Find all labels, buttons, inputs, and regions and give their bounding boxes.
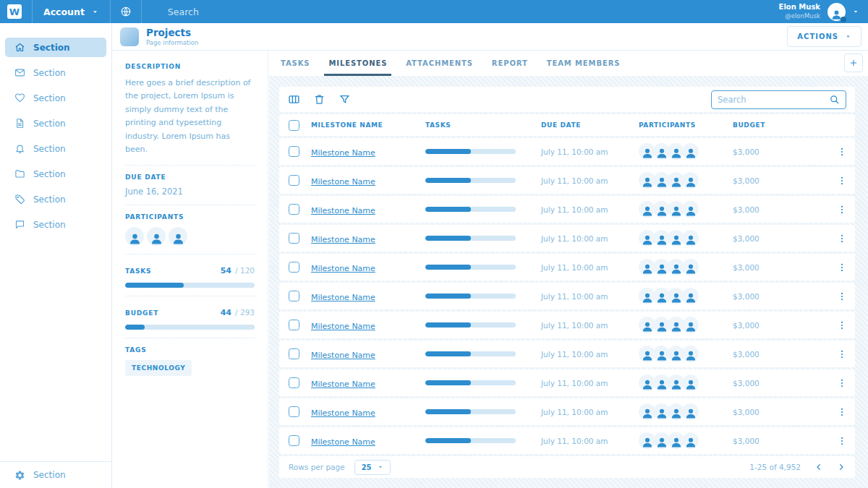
tags-label: TAGS bbox=[125, 346, 255, 354]
participant-avatar[interactable] bbox=[682, 201, 699, 218]
row-menu-button[interactable] bbox=[837, 320, 847, 330]
filter-icon[interactable] bbox=[339, 93, 351, 106]
person-icon bbox=[670, 291, 683, 304]
user-menu-chevron-down-icon[interactable] bbox=[852, 8, 859, 15]
sidebar-item-heart[interactable]: Section bbox=[5, 88, 106, 108]
tab-tasks[interactable]: TASKS bbox=[276, 51, 314, 76]
add-button[interactable] bbox=[844, 53, 863, 72]
trash-icon[interactable] bbox=[313, 93, 326, 106]
due-date-section: DUE DATE June 16, 2021 bbox=[125, 166, 255, 205]
participant-avatar[interactable] bbox=[169, 227, 187, 246]
status-dot bbox=[841, 17, 846, 22]
tag-chip[interactable]: TECHNOLOGY bbox=[125, 360, 192, 376]
milestone-link[interactable]: Milestone Name bbox=[311, 293, 375, 302]
sidebar-item-tag[interactable]: Section bbox=[5, 189, 106, 209]
row-menu-button[interactable] bbox=[837, 205, 847, 215]
due-date-cell: July 11, 10:00 am bbox=[541, 234, 639, 243]
row-menu-button[interactable] bbox=[837, 234, 847, 244]
participant-avatar[interactable] bbox=[125, 227, 144, 246]
row-checkbox[interactable] bbox=[289, 262, 299, 273]
column-header[interactable]: PARTICIPANTS bbox=[639, 121, 733, 129]
avatar[interactable] bbox=[827, 3, 846, 21]
milestone-link[interactable]: Milestone Name bbox=[311, 380, 375, 389]
participant-avatar[interactable] bbox=[682, 317, 699, 333]
row-menu-button[interactable] bbox=[837, 407, 847, 417]
column-header[interactable]: TASKS bbox=[425, 121, 541, 129]
row-menu-button[interactable] bbox=[837, 291, 847, 301]
milestone-link[interactable]: Milestone Name bbox=[311, 235, 375, 244]
tab-report[interactable]: REPORT bbox=[488, 51, 532, 76]
row-menu-button[interactable] bbox=[837, 349, 847, 359]
person-icon bbox=[684, 320, 697, 333]
participant-avatar[interactable] bbox=[147, 227, 166, 246]
global-search-input[interactable]: Search bbox=[168, 7, 199, 17]
row-menu-button[interactable] bbox=[837, 436, 847, 446]
search-icon[interactable] bbox=[829, 94, 840, 105]
table-row: Milestone NameJuly 11, 10:00 am$3,000 bbox=[279, 225, 855, 252]
milestone-link[interactable]: Milestone Name bbox=[311, 264, 375, 273]
row-menu-button[interactable] bbox=[837, 378, 847, 388]
row-checkbox[interactable] bbox=[289, 291, 299, 301]
table-search-input[interactable] bbox=[718, 95, 829, 105]
row-menu-button[interactable] bbox=[837, 176, 847, 186]
sidebar-item-bell[interactable]: Section bbox=[5, 139, 106, 158]
tab-milestones[interactable]: MILESTONES bbox=[324, 51, 391, 76]
row-checkbox[interactable] bbox=[289, 204, 299, 215]
budget-cell: $3,000 bbox=[733, 263, 829, 272]
rows-per-page-select[interactable]: 25 bbox=[354, 460, 391, 475]
prev-page-button[interactable] bbox=[814, 463, 823, 471]
row-menu-button[interactable] bbox=[837, 262, 847, 273]
row-checkbox[interactable] bbox=[289, 377, 299, 388]
sidebar-item-settings[interactable]: Section bbox=[0, 461, 111, 488]
participant-avatar[interactable] bbox=[682, 259, 699, 275]
sidebar-item-folder[interactable]: Section bbox=[5, 164, 106, 184]
budget-cell: $3,000 bbox=[733, 321, 829, 330]
participant-avatar[interactable] bbox=[682, 432, 699, 449]
tab-team-members[interactable]: TEAM MEMBERS bbox=[542, 51, 625, 76]
sidebar-item-chat[interactable]: Section bbox=[5, 215, 106, 234]
sidebar-item-document[interactable]: Section bbox=[5, 114, 106, 133]
row-checkbox[interactable] bbox=[289, 175, 299, 186]
app-logo[interactable]: W bbox=[7, 4, 22, 19]
person-icon bbox=[684, 291, 697, 304]
budget-cell: $3,000 bbox=[733, 147, 829, 156]
select-all-cell bbox=[279, 120, 311, 131]
row-checkbox[interactable] bbox=[289, 233, 299, 244]
participant-avatar[interactable] bbox=[682, 346, 699, 362]
participant-avatar[interactable] bbox=[682, 230, 699, 247]
language-button[interactable] bbox=[111, 0, 141, 23]
row-checkbox[interactable] bbox=[289, 348, 299, 359]
columns-icon[interactable] bbox=[288, 93, 300, 106]
select-all-checkbox[interactable] bbox=[289, 120, 299, 131]
milestone-link[interactable]: Milestone Name bbox=[311, 322, 375, 331]
milestone-link[interactable]: Milestone Name bbox=[311, 206, 375, 215]
due-date-cell: July 11, 10:00 am bbox=[541, 350, 639, 359]
milestone-link[interactable]: Milestone Name bbox=[311, 177, 375, 187]
sidebar-item-mail[interactable]: Section bbox=[5, 63, 106, 82]
tab-attachments[interactable]: ATTACHMENTS bbox=[401, 51, 477, 76]
milestone-link[interactable]: Milestone Name bbox=[311, 408, 375, 418]
participant-avatar[interactable] bbox=[682, 143, 699, 160]
row-checkbox[interactable] bbox=[289, 406, 299, 417]
row-checkbox[interactable] bbox=[289, 320, 299, 330]
participant-avatar[interactable] bbox=[682, 172, 699, 189]
globe-icon bbox=[120, 6, 132, 17]
participant-avatar[interactable] bbox=[682, 374, 699, 391]
next-page-button[interactable] bbox=[837, 463, 846, 471]
milestone-link[interactable]: Milestone Name bbox=[311, 351, 375, 360]
account-menu[interactable]: Account bbox=[33, 0, 110, 23]
column-header[interactable]: MILESTONE NAME bbox=[311, 121, 425, 129]
row-checkbox[interactable] bbox=[289, 435, 299, 446]
person-icon bbox=[684, 436, 697, 449]
milestone-link[interactable]: Milestone Name bbox=[311, 437, 375, 447]
column-header[interactable]: BUDGET bbox=[733, 121, 829, 129]
sidebar-item-home[interactable]: Section bbox=[5, 38, 106, 57]
column-header[interactable]: DUE DATE bbox=[541, 121, 639, 129]
actions-button[interactable]: ACTIONS bbox=[787, 26, 861, 47]
row-checkbox[interactable] bbox=[289, 146, 299, 157]
milestone-link[interactable]: Milestone Name bbox=[311, 148, 375, 158]
participant-avatar[interactable] bbox=[682, 288, 699, 304]
row-menu-button[interactable] bbox=[837, 147, 847, 157]
participant-avatar[interactable] bbox=[682, 403, 699, 420]
tasks-progressbar bbox=[425, 322, 516, 328]
